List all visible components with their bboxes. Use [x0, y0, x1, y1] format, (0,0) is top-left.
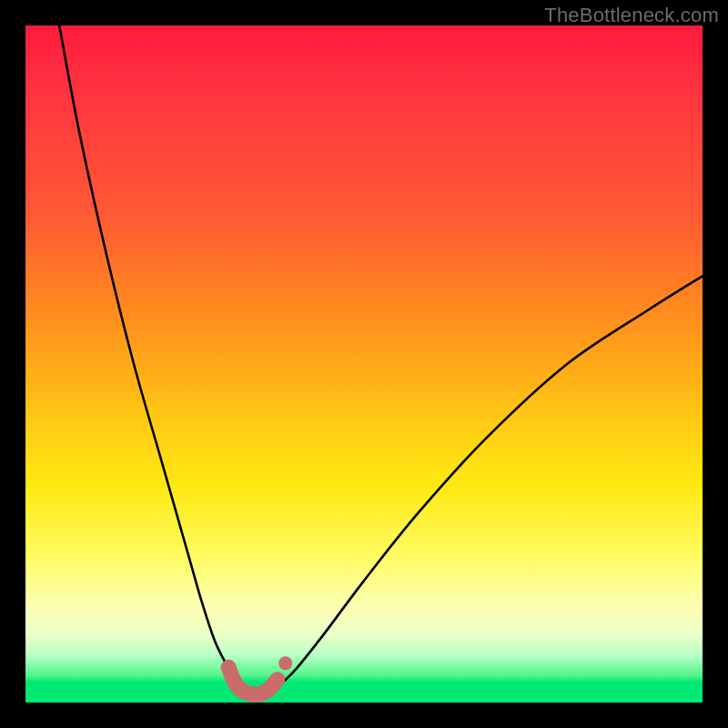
plot-area — [25, 25, 703, 703]
highlight-end-dot — [278, 656, 292, 670]
bottleneck-curve — [59, 25, 703, 694]
highlight-markers — [228, 656, 292, 694]
chart-frame: TheBottleneck.com — [0, 0, 728, 728]
chart-svg — [25, 25, 703, 703]
highlight-band-path — [228, 667, 278, 694]
watermark-text: TheBottleneck.com — [544, 4, 719, 27]
